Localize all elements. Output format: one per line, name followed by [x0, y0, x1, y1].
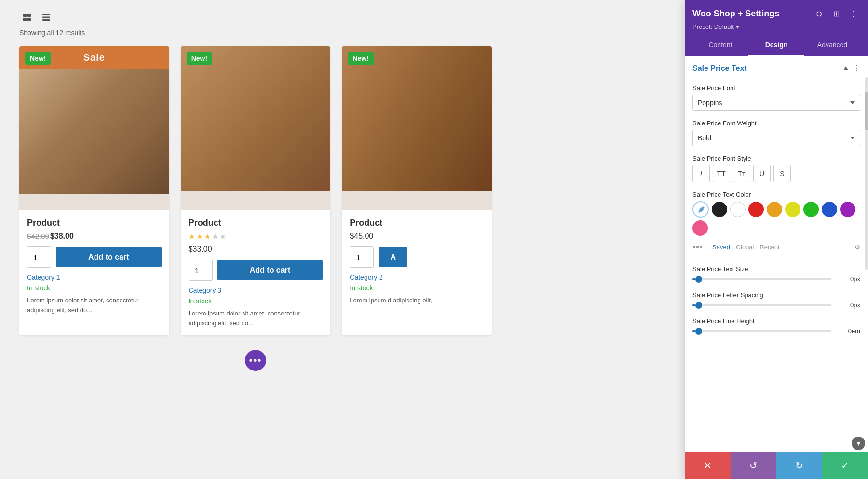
section-title: Sale Price Text [692, 64, 747, 73]
section-icons: ▲ ⋮ [842, 64, 860, 73]
color-settings-icon[interactable]: ⚙ [854, 244, 860, 251]
svg-rect-1 [27, 14, 31, 17]
color-green[interactable] [803, 202, 819, 217]
color-blue[interactable] [822, 202, 837, 217]
color-pink[interactable] [692, 220, 708, 236]
undo-button[interactable]: ↺ [731, 452, 776, 479]
product-image-2 [181, 46, 331, 191]
product-price-2: $33.00 [189, 245, 323, 254]
color-tabs: ••• Saved Global Recent ⚙ [692, 240, 860, 257]
text-size-label: Sale Price Text Size [692, 265, 860, 273]
star-2: ★ [196, 232, 203, 241]
section-collapse-icon[interactable]: ▲ [842, 64, 850, 73]
font-style-label: Sale Price Font Style [692, 155, 860, 162]
color-dots: ••• [692, 242, 703, 253]
product-desc-3: Lorem ipsum d adipiscing elit, [350, 296, 484, 305]
new-badge-2: New! [187, 52, 212, 65]
product-info-2: Product ★ ★ ★ ★ ★ $33.00 Add to cart Cat… [181, 210, 331, 335]
panel-preset-arrow: ▾ [736, 23, 739, 30]
qty-input-3[interactable] [350, 246, 374, 268]
add-to-cart-button-1[interactable]: Add to cart [56, 247, 162, 267]
style-strikethrough[interactable]: S [773, 165, 791, 182]
qty-input-1[interactable] [27, 246, 51, 268]
scrollbar-thumb[interactable] [865, 92, 868, 130]
add-to-cart-button-2[interactable]: Add to cart [217, 260, 323, 280]
style-capitalize[interactable]: Tт [733, 165, 750, 182]
category-link-2[interactable]: Category 3 [189, 287, 323, 294]
color-purple[interactable] [840, 202, 855, 217]
panel-footer: ✕ ↺ ↻ ✓ [685, 452, 868, 479]
tab-design[interactable]: Design [748, 35, 804, 56]
star-4: ★ [212, 232, 218, 241]
text-size-track[interactable] [692, 278, 831, 280]
product-desc-1: Lorem ipsum dolor sit amet, consectetur … [27, 296, 162, 315]
text-size-fill [692, 278, 695, 280]
style-italic[interactable]: I [692, 165, 710, 182]
color-tab-recent[interactable]: Recent [760, 244, 779, 251]
add-to-cart-row-3: A [350, 246, 484, 268]
font-style-row: I TT Tт U S [692, 165, 860, 182]
section-header: Sale Price Text ▲ ⋮ [692, 64, 860, 77]
product-image-wrap-2: New! [181, 46, 331, 210]
star-5: ★ [219, 232, 226, 241]
product-image-wrap-1: Sale New! [19, 46, 169, 210]
color-tab-saved[interactable]: Saved [712, 244, 730, 251]
cancel-button[interactable]: ✕ [685, 452, 731, 479]
line-height-thumb[interactable] [695, 328, 702, 335]
line-height-value: 0em [836, 328, 860, 335]
color-red[interactable] [748, 202, 764, 217]
letter-spacing-field-group: Sale Price Letter Spacing 0px [692, 291, 860, 309]
panel-tabs: Content Design Advanced [692, 35, 860, 56]
letter-spacing-fill [692, 304, 695, 306]
star-rating-2: ★ ★ ★ ★ ★ [189, 232, 323, 241]
qty-input-2[interactable] [189, 260, 213, 281]
panel-header-top: Woo Shop + Settings ⊙ ⊞ ⋮ [692, 7, 860, 20]
grid-view-button[interactable] [19, 10, 35, 25]
letter-spacing-value: 0px [836, 301, 860, 309]
style-underline[interactable]: U [753, 165, 771, 182]
star-1: ★ [189, 232, 195, 241]
style-uppercase[interactable]: TT [713, 165, 730, 182]
section-more-icon[interactable]: ⋮ [853, 64, 860, 73]
confirm-button[interactable]: ✓ [822, 452, 868, 479]
scroll-down-arrow[interactable]: ▾ [852, 437, 865, 450]
line-height-track[interactable] [692, 330, 831, 332]
star-3: ★ [204, 232, 211, 241]
list-view-button[interactable] [39, 10, 54, 25]
panel-preset[interactable]: Preset: Default ▾ [692, 23, 860, 30]
redo-button[interactable]: ↻ [776, 452, 822, 479]
eyedropper-swatch[interactable] [692, 201, 709, 218]
color-orange[interactable] [767, 202, 782, 217]
font-weight-field-group: Sale Price Font Weight Bold [692, 120, 860, 146]
color-yellow[interactable] [785, 202, 800, 217]
tab-content[interactable]: Content [692, 35, 748, 56]
font-select[interactable]: Poppins [692, 95, 860, 111]
panel-icon-columns[interactable]: ⊞ [829, 7, 843, 20]
line-height-label: Sale Price Line Height [692, 317, 860, 325]
product-name-3: Product [350, 218, 484, 228]
line-height-slider-row: 0em [692, 328, 860, 335]
in-stock-2: In stock [189, 297, 323, 305]
settings-panel: Woo Shop + Settings ⊙ ⊞ ⋮ Preset: Defaul… [685, 0, 868, 479]
letter-spacing-thumb[interactable] [695, 302, 702, 309]
category-link-3[interactable]: Category 2 [350, 274, 484, 281]
product-image-1 [19, 69, 169, 194]
panel-icon-target[interactable]: ⊙ [812, 7, 826, 20]
product-name-1: Product [27, 218, 162, 228]
color-white[interactable] [730, 202, 746, 217]
tab-advanced[interactable]: Advanced [804, 35, 860, 56]
color-tab-global[interactable]: Global [736, 244, 754, 251]
color-black[interactable] [712, 202, 727, 217]
font-weight-select[interactable]: Bold [692, 130, 860, 146]
product-desc-2: Lorem ipsum dolor sit amet, consectetur … [189, 309, 323, 328]
pagination-dots-button[interactable]: ••• [245, 350, 266, 371]
view-toolbar [19, 10, 492, 25]
text-size-thumb[interactable] [695, 276, 702, 283]
svg-rect-3 [27, 18, 31, 21]
text-color-field-group: Sale Price Text Color ••• Sav [692, 191, 860, 257]
letter-spacing-track[interactable] [692, 304, 831, 306]
panel-icon-more[interactable]: ⋮ [847, 7, 860, 20]
category-link-1[interactable]: Category 1 [27, 274, 162, 281]
products-grid: Sale New! Product $42.00$38.00 Add to ca… [19, 46, 492, 335]
add-to-cart-button-3[interactable]: A [379, 247, 407, 267]
